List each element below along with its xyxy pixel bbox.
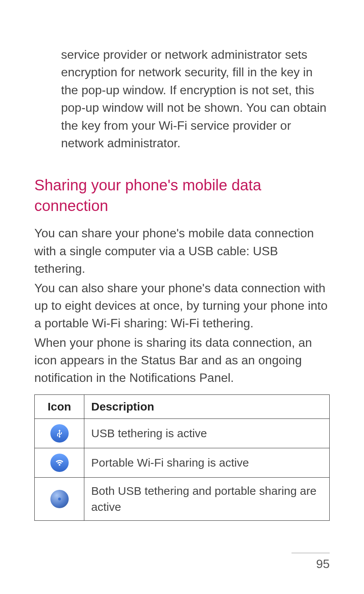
svg-point-1 [58, 497, 61, 500]
icon-cell [35, 448, 84, 477]
table-row: Portable Wi-Fi sharing is active [35, 448, 330, 477]
description-cell: USB tethering is active [84, 419, 330, 448]
icon-description-table: Icon Description USB tethering is active [34, 394, 330, 521]
table-row: USB tethering is active [35, 419, 330, 448]
wifi-share-icon [50, 454, 69, 472]
body-paragraph-3: When your phone is sharing its data conn… [34, 334, 330, 387]
table-header-description: Description [84, 394, 330, 419]
description-cell: Both USB tethering and portable sharing … [84, 477, 330, 520]
svg-point-0 [58, 464, 60, 465]
table-header-icon: Icon [35, 394, 84, 419]
usb-glyph-icon [55, 429, 64, 438]
target-glyph-icon [55, 495, 64, 503]
body-paragraph-1: You can share your phone's mobile data c… [34, 224, 330, 277]
body-paragraph-2: You can also share your phone's data con… [34, 279, 330, 332]
both-active-icon [50, 490, 69, 508]
section-heading: Sharing your phone's mobile data connect… [34, 175, 330, 216]
icon-cell [35, 477, 84, 520]
page-number: 95 [292, 553, 330, 571]
table-header-row: Icon Description [35, 394, 330, 419]
description-cell: Portable Wi-Fi sharing is active [84, 448, 330, 477]
continuation-paragraph: service provider or network administrato… [34, 46, 330, 152]
wifi-glyph-icon [55, 458, 64, 468]
table-row: Both USB tethering and portable sharing … [35, 477, 330, 520]
icon-cell [35, 419, 84, 448]
usb-tether-icon [50, 424, 69, 443]
manual-page: service provider or network administrato… [0, 0, 364, 551]
